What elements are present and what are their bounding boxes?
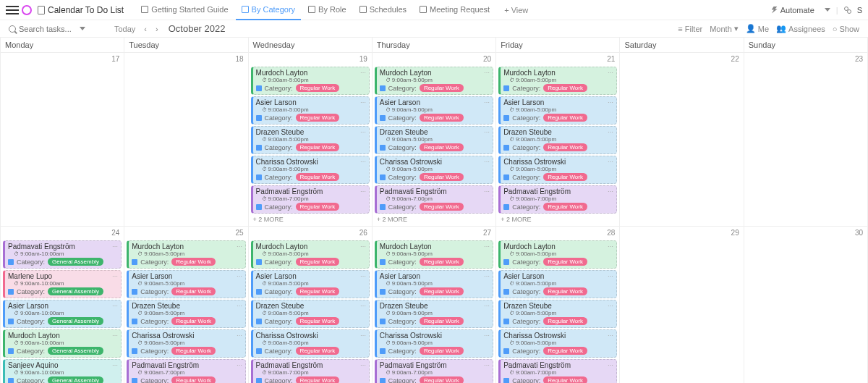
category-tag[interactable]: Regular Work <box>171 287 216 295</box>
calendar-event[interactable]: Padmavati Engström9:00am-7:00pmCategory:… <box>251 185 370 214</box>
event-menu-icon[interactable]: ⋯ <box>484 129 490 135</box>
category-tag[interactable]: Regular Work <box>296 317 340 325</box>
event-menu-icon[interactable]: ⋯ <box>608 332 613 339</box>
me-button[interactable]: 👤 Me <box>746 24 769 33</box>
event-menu-icon[interactable]: ⋯ <box>360 243 366 250</box>
event-menu-icon[interactable]: ⋯ <box>237 243 242 250</box>
show-button[interactable]: ○ Show <box>833 25 859 33</box>
tab-getting-started-guide[interactable]: Getting Started Guide <box>135 0 234 20</box>
category-tag[interactable]: Regular Work <box>296 287 340 295</box>
more-events-link[interactable]: + 2 MORE <box>249 214 372 224</box>
category-tag[interactable]: Regular Work <box>296 173 340 181</box>
calendar-event[interactable]: Asier Larson9:00am-5:00pmCategory:Regula… <box>127 270 245 298</box>
calendar-event[interactable]: Padmavati Engström9:00am-7:00pmCategory:… <box>375 359 493 383</box>
day-cell[interactable]: 25Murdoch Layton9:00am-5:00pmCategory:Re… <box>124 227 248 383</box>
event-menu-icon[interactable]: ⋯ <box>237 362 242 369</box>
category-tag[interactable]: Regular Work <box>543 376 587 383</box>
category-tag[interactable]: General Assembly <box>48 287 103 295</box>
share-label[interactable]: S <box>857 6 862 14</box>
calendar-event[interactable]: Charissa Ostrowski9:00am-5:00pmCategory:… <box>375 156 493 184</box>
calendar-event[interactable]: Drazen Steube9:00am-5:00pmCategory:Regul… <box>127 300 245 328</box>
event-menu-icon[interactable]: ⋯ <box>608 99 613 106</box>
event-menu-icon[interactable]: ⋯ <box>360 188 366 195</box>
calendar-event[interactable]: Drazen Steube9:00am-5:00pmCategory:Regul… <box>498 300 617 328</box>
calendar-event[interactable]: Murdoch Layton9:00am-10:00amCategory:Gen… <box>3 329 122 358</box>
event-menu-icon[interactable]: ⋯ <box>484 243 490 250</box>
category-tag[interactable]: Regular Work <box>420 376 464 383</box>
category-tag[interactable]: Regular Work <box>296 258 340 266</box>
calendar-event[interactable]: Charissa Ostrowski9:00am-5:00pmCategory:… <box>251 156 370 184</box>
calendar-event[interactable]: Drazen Steube9:00am-5:00pmCategory:Regul… <box>251 126 370 154</box>
search-input[interactable] <box>19 25 77 33</box>
period-select[interactable]: Month ▾ <box>710 24 739 33</box>
day-cell[interactable]: 20Murdoch Layton9:00am-5:00pmCategory:Re… <box>373 53 496 227</box>
category-tag[interactable]: Regular Work <box>543 203 587 211</box>
assignees-button[interactable]: 👥 Assignees <box>776 24 825 33</box>
event-menu-icon[interactable]: ⋯ <box>360 159 366 165</box>
tab-schedules[interactable]: Schedules <box>354 0 412 20</box>
event-menu-icon[interactable]: ⋯ <box>237 303 242 309</box>
category-tag[interactable]: Regular Work <box>296 143 340 151</box>
category-tag[interactable]: Regular Work <box>420 114 464 122</box>
calendar-event[interactable]: Murdoch Layton9:00am-5:00pmCategory:Regu… <box>375 240 493 269</box>
event-menu-icon[interactable]: ⋯ <box>360 362 366 369</box>
category-tag[interactable]: Regular Work <box>171 376 216 383</box>
calendar-event[interactable]: Padmavati Engström9:00am-10:00amCategory… <box>3 240 122 269</box>
calendar-event[interactable]: Asier Larson9:00am-5:00pmCategory:Regula… <box>251 96 370 125</box>
day-cell[interactable]: 17 <box>1 53 124 227</box>
category-tag[interactable]: Regular Work <box>171 258 216 266</box>
event-menu-icon[interactable]: ⋯ <box>608 273 613 279</box>
calendar-event[interactable]: Drazen Steube9:00am-5:00pmCategory:Regul… <box>251 300 370 328</box>
calendar-event[interactable]: Asier Larson9:00am-10:00amCategory:Gener… <box>3 300 122 328</box>
category-tag[interactable]: Regular Work <box>543 287 587 295</box>
tab-by-role[interactable]: By Role <box>302 0 352 20</box>
tab-meeting-request[interactable]: Meeting Request <box>414 0 495 20</box>
share-icon[interactable] <box>844 7 851 14</box>
category-tag[interactable]: General Assembly <box>48 376 103 383</box>
calendar-event[interactable]: Padmavati Engström9:00am-7:00pmCategory:… <box>498 185 617 214</box>
calendar-event[interactable]: Charissa Ostrowski9:00am-5:00pmCategory:… <box>498 329 617 358</box>
day-cell[interactable]: 27Murdoch Layton9:00am-5:00pmCategory:Re… <box>373 227 496 383</box>
event-menu-icon[interactable]: ⋯ <box>484 303 490 309</box>
search-chevron-icon[interactable] <box>80 27 85 30</box>
day-cell[interactable]: 28Murdoch Layton9:00am-5:00pmCategory:Re… <box>496 227 620 383</box>
event-menu-icon[interactable]: ⋯ <box>608 243 613 250</box>
category-tag[interactable]: Regular Work <box>543 114 587 122</box>
day-cell[interactable]: 21Murdoch Layton9:00am-5:00pmCategory:Re… <box>496 53 620 227</box>
calendar-event[interactable]: Asier Larson9:00am-5:00pmCategory:Regula… <box>375 270 493 298</box>
category-tag[interactable]: Regular Work <box>420 347 464 355</box>
event-menu-icon[interactable]: ⋯ <box>360 273 366 279</box>
event-menu-icon[interactable]: ⋯ <box>608 129 613 135</box>
event-menu-icon[interactable]: ⋯ <box>608 188 613 195</box>
event-menu-icon[interactable]: ⋯ <box>237 273 242 279</box>
event-menu-icon[interactable]: ⋯ <box>608 362 613 369</box>
category-tag[interactable]: Regular Work <box>171 317 216 325</box>
event-menu-icon[interactable]: ⋯ <box>484 273 490 279</box>
day-cell[interactable]: 23 <box>744 53 868 227</box>
calendar-event[interactable]: Murdoch Layton9:00am-5:00pmCategory:Regu… <box>498 240 617 269</box>
category-tag[interactable]: Regular Work <box>543 317 587 325</box>
calendar-event[interactable]: Padmavati Engström9:00am-7:00pmCategory:… <box>498 359 617 383</box>
calendar-event[interactable]: Marlene Lupo9:00am-10:00amCategory:Gener… <box>3 270 122 298</box>
event-menu-icon[interactable]: ⋯ <box>112 362 118 369</box>
category-tag[interactable]: Regular Work <box>296 203 340 211</box>
day-cell[interactable]: 24Padmavati Engström9:00am-10:00amCatego… <box>1 227 124 383</box>
event-menu-icon[interactable]: ⋯ <box>360 303 366 309</box>
event-menu-icon[interactable]: ⋯ <box>608 159 613 165</box>
day-cell[interactable]: 30 <box>744 227 868 383</box>
next-button[interactable]: › <box>151 25 163 33</box>
category-tag[interactable]: Regular Work <box>420 258 464 266</box>
automate-chevron-icon[interactable] <box>825 8 830 12</box>
calendar-event[interactable]: Charissa Ostrowski9:00am-5:00pmCategory:… <box>127 329 245 358</box>
category-tag[interactable]: Regular Work <box>543 143 587 151</box>
menu-icon[interactable] <box>6 4 19 17</box>
category-tag[interactable]: Regular Work <box>296 376 340 383</box>
calendar-event[interactable]: Murdoch Layton9:00am-5:00pmCategory:Regu… <box>251 67 370 95</box>
category-tag[interactable]: Regular Work <box>420 287 464 295</box>
category-tag[interactable]: Regular Work <box>420 84 464 92</box>
event-menu-icon[interactable]: ⋯ <box>112 273 118 279</box>
calendar-event[interactable]: Charissa Ostrowski9:00am-5:00pmCategory:… <box>498 156 617 184</box>
category-tag[interactable]: Regular Work <box>420 203 464 211</box>
calendar-event[interactable]: Murdoch Layton9:00am-5:00pmCategory:Regu… <box>127 240 245 269</box>
event-menu-icon[interactable]: ⋯ <box>360 332 366 339</box>
